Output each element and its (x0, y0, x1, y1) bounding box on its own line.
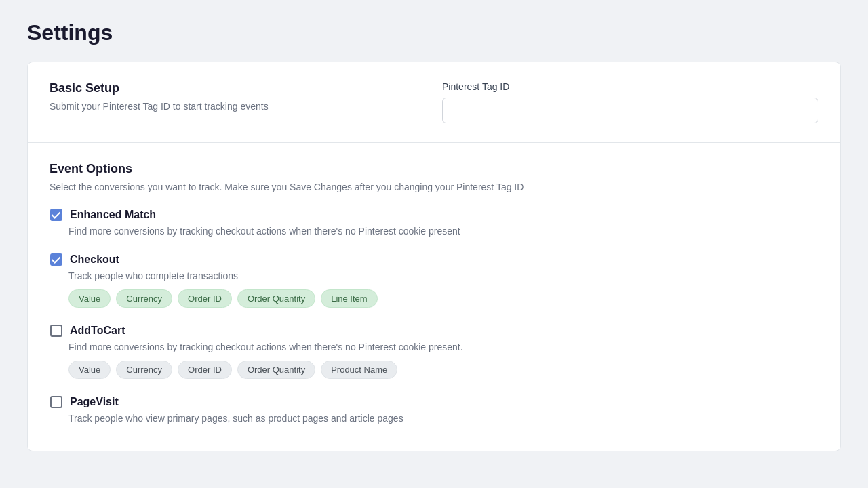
option-checkout: Checkout Track people who complete trans… (50, 253, 818, 308)
checkout-tag-currency: Currency (116, 289, 172, 308)
option-checkout-header: Checkout (50, 253, 818, 266)
option-enhanced-match: Enhanced Match Find more conversions by … (50, 208, 818, 237)
event-options-subtitle: Select the conversions you want to track… (50, 180, 818, 195)
add-to-cart-checkbox-wrapper[interactable] (50, 324, 63, 338)
option-page-visit-header: PageVisit (50, 395, 818, 409)
checkout-tags: Value Currency Order ID Order Quantity L… (68, 289, 818, 308)
add-to-cart-tag-order-quantity: Order Quantity (237, 361, 315, 379)
tag-id-label: Pinterest Tag ID (442, 81, 818, 92)
checkout-tag-order-quantity: Order Quantity (237, 289, 315, 308)
checkout-desc: Track people who complete transactions (68, 270, 818, 281)
page-visit-checkbox-wrapper[interactable] (50, 395, 63, 409)
checkout-label: Checkout (70, 253, 119, 266)
add-to-cart-tag-value: Value (68, 361, 111, 379)
enhanced-match-checkbox[interactable] (50, 209, 62, 221)
add-to-cart-tag-product-name: Product Name (321, 361, 397, 379)
enhanced-match-label: Enhanced Match (70, 209, 156, 221)
event-options-section: Event Options Select the conversions you… (28, 142, 840, 451)
add-to-cart-label: AddToCart (70, 325, 125, 337)
basic-setup-text: Basic Setup Submit your Pinterest Tag ID… (50, 81, 426, 114)
checkout-checkbox[interactable] (50, 253, 62, 266)
page-visit-checkbox[interactable] (50, 396, 62, 408)
page-visit-desc: Track people who view primary pages, suc… (68, 413, 818, 424)
basic-setup-subtitle: Submit your Pinterest Tag ID to start tr… (50, 100, 426, 114)
option-page-visit: PageVisit Track people who view primary … (50, 395, 818, 424)
basic-setup-section: Basic Setup Submit your Pinterest Tag ID… (28, 62, 840, 142)
page-visit-label: PageVisit (70, 396, 119, 408)
settings-card: Basic Setup Submit your Pinterest Tag ID… (27, 62, 841, 451)
basic-setup-title: Basic Setup (50, 81, 426, 96)
add-to-cart-tag-currency: Currency (116, 361, 172, 379)
event-options-header: Event Options Select the conversions you… (50, 162, 818, 195)
event-options-title: Event Options (50, 162, 818, 176)
checkout-tag-order-id: Order ID (178, 289, 232, 308)
add-to-cart-tag-order-id: Order ID (178, 361, 232, 379)
tag-id-group: Pinterest Tag ID (442, 81, 818, 123)
add-to-cart-checkbox[interactable] (50, 325, 62, 337)
checkout-checkbox-wrapper[interactable] (50, 253, 63, 266)
checkout-tag-value: Value (68, 289, 111, 308)
option-add-to-cart: AddToCart Find more conversions by track… (50, 324, 818, 379)
enhanced-match-checkbox-wrapper[interactable] (50, 208, 63, 222)
add-to-cart-desc: Find more conversions by tracking checko… (68, 342, 818, 352)
add-to-cart-tags: Value Currency Order ID Order Quantity P… (68, 361, 818, 379)
option-enhanced-match-header: Enhanced Match (50, 208, 818, 222)
checkout-tag-line-item: Line Item (321, 289, 377, 308)
page-title: Settings (27, 20, 841, 45)
enhanced-match-desc: Find more conversions by tracking checko… (68, 226, 818, 237)
pinterest-tag-id-input[interactable] (442, 98, 818, 123)
option-add-to-cart-header: AddToCart (50, 324, 818, 338)
